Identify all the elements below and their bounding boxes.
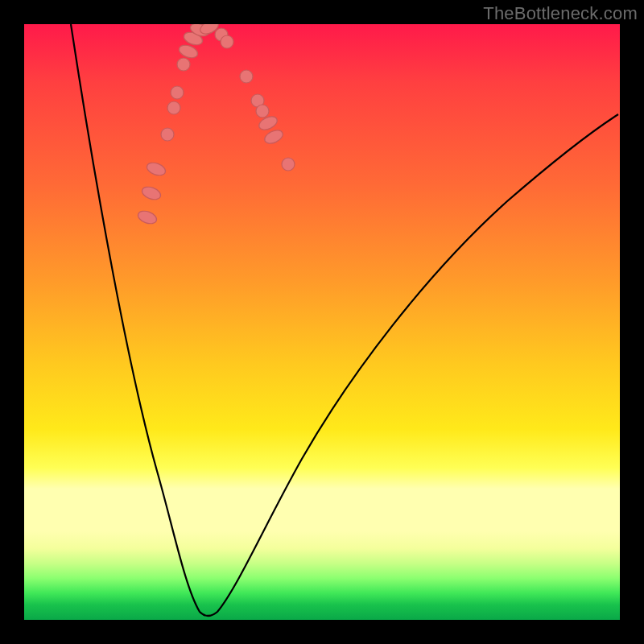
data-point bbox=[282, 158, 295, 171]
watermark-text: TheBottleneck.com bbox=[483, 3, 638, 24]
data-point bbox=[256, 105, 269, 118]
data-points bbox=[136, 24, 295, 226]
data-point bbox=[140, 184, 162, 201]
plot-frame bbox=[24, 24, 620, 620]
bottleneck-curve bbox=[71, 24, 618, 616]
data-point bbox=[171, 86, 184, 99]
chart-overlay bbox=[24, 24, 620, 620]
data-point bbox=[161, 128, 174, 141]
data-point bbox=[145, 160, 167, 177]
data-point bbox=[136, 208, 158, 225]
data-point bbox=[167, 101, 180, 114]
data-point bbox=[262, 128, 285, 147]
data-point bbox=[177, 43, 199, 60]
data-point bbox=[240, 70, 253, 83]
data-point bbox=[177, 58, 190, 71]
data-point bbox=[221, 35, 233, 48]
